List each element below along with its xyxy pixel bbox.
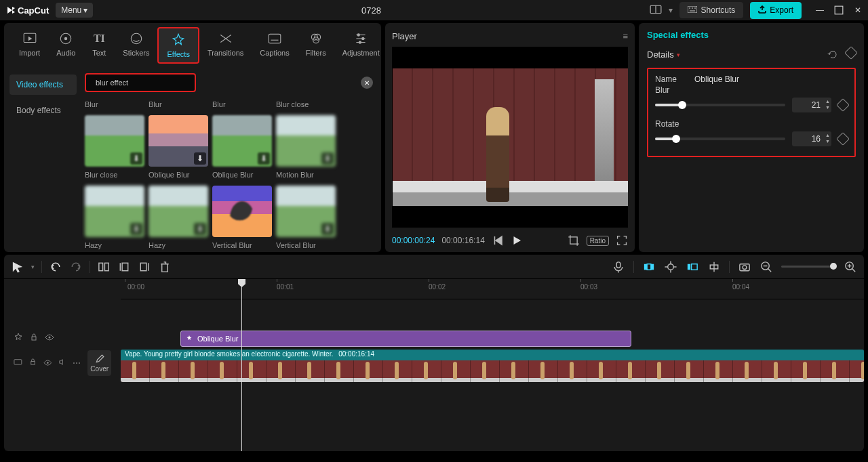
layout-chevron-icon[interactable]: ▾: [669, 5, 673, 15]
preview-toggle[interactable]: [686, 260, 699, 274]
effect-thumb[interactable]: ⬇: [276, 186, 336, 237]
tab-filters[interactable]: Filters: [298, 27, 334, 64]
effect-thumb[interactable]: ⬇: [149, 115, 208, 167]
svg-rect-26: [99, 263, 103, 270]
clear-search-button[interactable]: ✕: [361, 77, 373, 89]
stepper-icon[interactable]: ▲▼: [825, 132, 830, 144]
prev-frame-button[interactable]: [492, 234, 504, 247]
effect-thumb[interactable]: ⬇: [85, 115, 144, 167]
video-clip-title: Vape. Young pretty girl blonde smokes an…: [125, 350, 333, 360]
effect-thumb[interactable]: ⬇: [276, 115, 336, 167]
tab-effects[interactable]: Effects: [157, 27, 199, 64]
eye-icon[interactable]: [45, 333, 54, 343]
rotate-value-input[interactable]: 16▲▼: [792, 131, 831, 146]
category-video-effects[interactable]: Video effects: [9, 75, 77, 95]
effects-body: Video effects Body effects ✕ Blur Blur B…: [4, 68, 381, 252]
maximize-button[interactable]: [834, 5, 844, 15]
tab-audio[interactable]: Audio: [48, 27, 83, 64]
timeline-tracks[interactable]: 00:00 00:01 00:02 00:03 00:04 Oblique Bl…: [121, 279, 864, 451]
download-icon[interactable]: ⬇: [194, 152, 206, 165]
effect-label: Blur close: [85, 169, 144, 180]
lock-icon[interactable]: [30, 333, 38, 343]
download-icon[interactable]: ⬇: [130, 152, 142, 165]
effects-panel: Import Audio TIText Stickers Effects Tra…: [4, 23, 381, 252]
timecode-current: 00:00:00:24: [392, 236, 435, 245]
category-body-effects[interactable]: Body effects: [9, 100, 77, 121]
close-button[interactable]: ✕: [853, 5, 863, 15]
tool-chevron-icon[interactable]: ▾: [31, 264, 35, 270]
play-button[interactable]: [511, 234, 523, 247]
capture-button[interactable]: [738, 260, 751, 274]
trim-right-button[interactable]: [138, 260, 151, 274]
download-icon[interactable]: ⬇: [130, 223, 142, 235]
effect-thumb[interactable]: ⬇: [149, 186, 208, 237]
effects-search-input[interactable]: [85, 73, 196, 92]
svg-line-49: [768, 268, 771, 271]
video-clip[interactable]: Vape. Young pretty girl blonde smokes an…: [121, 350, 864, 382]
crop-button[interactable]: [568, 234, 580, 247]
timeline-body: ⋯ Cover 00:00 00:01 00:02 00:03 00:04: [4, 279, 864, 451]
player-menu-icon[interactable]: ≡: [623, 31, 628, 41]
chevron-down-icon: ▾: [83, 5, 87, 15]
rotate-slider[interactable]: [655, 138, 785, 140]
layout-icon[interactable]: [650, 4, 662, 16]
export-button[interactable]: Export: [750, 2, 802, 19]
timeline-zoom-slider[interactable]: [781, 266, 835, 268]
magnet-toggle[interactable]: [642, 260, 656, 274]
track-headers: ⋯ Cover: [4, 279, 121, 451]
zoom-in-button[interactable]: [844, 260, 857, 274]
stepper-icon[interactable]: ▲▼: [825, 98, 830, 110]
tab-import[interactable]: Import: [11, 27, 48, 64]
tab-adjustment[interactable]: Adjustment: [334, 27, 388, 64]
player-viewport[interactable]: [392, 47, 628, 228]
pencil-icon: [95, 354, 104, 364]
cover-button[interactable]: Cover: [87, 350, 111, 376]
menu-button[interactable]: Menu ▾: [56, 3, 93, 18]
undo-button[interactable]: [49, 260, 62, 274]
pointer-tool[interactable]: [11, 260, 24, 274]
zoom-out-button[interactable]: [760, 260, 773, 274]
reset-button[interactable]: [827, 48, 838, 61]
fx-track-icon: [14, 333, 23, 344]
download-icon[interactable]: ⬇: [321, 152, 334, 165]
time-ruler[interactable]: 00:00 00:01 00:02 00:03 00:04: [121, 279, 864, 299]
shortcuts-button[interactable]: Shortcuts: [679, 2, 744, 18]
lock-icon[interactable]: [29, 358, 37, 368]
link-toggle[interactable]: [664, 260, 677, 274]
download-icon[interactable]: ⬇: [194, 223, 206, 235]
mute-icon[interactable]: [58, 358, 66, 368]
tracks-area[interactable]: Oblique Blur Vape. Young pretty girl blo…: [121, 299, 864, 435]
effect-label: Hazy: [85, 240, 144, 251]
redo-button[interactable]: [69, 260, 83, 274]
tab-stickers[interactable]: Stickers: [115, 27, 157, 64]
keyframe-all-button[interactable]: [844, 46, 858, 60]
video-frames: [121, 360, 864, 382]
tab-transitions[interactable]: Transitions: [199, 27, 252, 64]
rotate-keyframe-button[interactable]: [836, 132, 850, 146]
svg-rect-7: [835, 6, 843, 14]
effect-thumb[interactable]: ⬇: [212, 115, 272, 167]
video-preview: [393, 68, 628, 206]
tab-text[interactable]: TIText: [83, 27, 115, 64]
ratio-button[interactable]: Ratio: [587, 236, 609, 246]
effect-thumb[interactable]: ⬇: [85, 186, 144, 237]
download-icon[interactable]: ⬇: [321, 223, 334, 235]
eye-icon[interactable]: [43, 358, 52, 368]
align-button[interactable]: [707, 260, 721, 274]
tab-captions[interactable]: Captions: [252, 27, 297, 64]
more-icon[interactable]: ⋯: [73, 358, 81, 368]
delete-button[interactable]: [158, 260, 172, 274]
blur-keyframe-button[interactable]: [836, 98, 850, 112]
mic-button[interactable]: [612, 260, 625, 274]
fullscreen-button[interactable]: [616, 234, 628, 247]
split-button[interactable]: [97, 260, 111, 274]
project-title: 0728: [93, 5, 649, 16]
effect-thumb[interactable]: [212, 186, 272, 237]
fx-clip[interactable]: Oblique Blur: [180, 331, 631, 347]
download-icon[interactable]: ⬇: [258, 152, 270, 165]
blur-value-input[interactable]: 21▲▼: [792, 98, 831, 112]
minimize-button[interactable]: —: [815, 5, 825, 15]
playhead[interactable]: [241, 279, 242, 451]
blur-slider[interactable]: [655, 104, 785, 106]
trim-left-button[interactable]: [117, 260, 131, 274]
